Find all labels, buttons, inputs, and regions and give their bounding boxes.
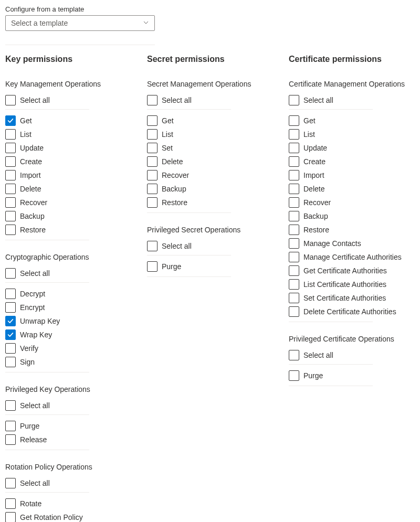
permission-list-certificate-authorities: List Certificate Authorities [289,278,415,291]
select-all-checkbox[interactable] [147,95,158,105]
group-title: Rotation Policy Operations [5,463,131,471]
column-certificate-permissions: Certificate permissionsCertificate Manag… [289,55,415,522]
select-all-checkbox[interactable] [5,95,16,105]
permission-label: Restore [162,198,187,207]
permission-recover: Recover [289,196,415,209]
permission-create: Create [289,155,415,168]
checkbox-delete-certificate-authorities[interactable] [289,306,299,317]
permission-label: Backup [162,185,186,193]
group-title: Privileged Secret Operations [147,226,273,234]
checkbox-wrap-key[interactable] [5,329,16,340]
permission-release: Release [5,433,131,446]
permission-label: Delete [303,185,324,193]
permissions-columns: Key permissionsKey Management Operations… [5,55,415,522]
checkbox-restore[interactable] [147,197,158,208]
checkbox-restore[interactable] [5,225,16,235]
permission-delete: Delete [147,155,273,168]
select-all-checkbox[interactable] [5,400,16,411]
checkbox-update[interactable] [5,143,16,153]
permission-list: List [147,127,273,141]
checkbox-manage-certificate-authorities[interactable] [289,252,299,262]
permission-sign: Sign [5,355,131,369]
checkbox-unwrap-key[interactable] [5,316,16,326]
group-title: Privileged Key Operations [5,385,131,393]
checkbox-recover[interactable] [147,170,158,180]
select-all-checkbox[interactable] [5,268,16,279]
checkbox-list[interactable] [289,129,299,140]
checkbox-get[interactable] [147,115,158,126]
checkbox-encrypt[interactable] [5,302,16,313]
select-all-checkbox[interactable] [289,350,299,360]
checkbox-set[interactable] [147,143,158,153]
checkbox-sign[interactable] [5,357,16,367]
checkbox-verify[interactable] [5,343,16,354]
checkbox-delete[interactable] [5,184,16,194]
template-label: Configure from a template [5,5,415,13]
group-certificate-management-operations: Certificate Management OperationsSelect … [289,80,415,322]
group-privileged-certificate-operations: Privileged Certificate OperationsSelect … [289,335,415,386]
checkbox-list-certificate-authorities[interactable] [289,279,299,290]
permission-get-certificate-authorities: Get Certificate Authorities [289,264,415,278]
checkbox-manage-contacts[interactable] [289,238,299,249]
checkbox-release[interactable] [5,434,16,445]
checkbox-import[interactable] [5,170,16,180]
permission-manage-certificate-authorities: Manage Certificate Authorities [289,250,415,264]
permission-label: Recover [20,198,47,207]
divider [5,414,89,415]
checkbox-purge[interactable] [289,370,299,381]
select-all-label: Select all [162,242,192,250]
group-title: Cryptographic Operations [5,253,131,261]
checkbox-backup[interactable] [5,211,16,221]
permission-label: Manage Certificate Authorities [303,253,402,261]
divider [5,372,89,372]
permission-label: List [303,130,315,139]
permission-purge: Purge [147,260,273,273]
checkbox-decrypt[interactable] [5,289,16,299]
permission-label: Decrypt [20,290,45,298]
checkbox-set-certificate-authorities[interactable] [289,293,299,303]
checkbox-backup[interactable] [289,211,299,221]
divider [5,109,89,110]
checkbox-rotate[interactable] [5,498,16,509]
permission-restore: Restore [5,223,131,237]
checkbox-get[interactable] [5,115,16,126]
permission-label: Get [20,116,32,125]
select-all-row: Select all [147,93,273,107]
checkbox-update[interactable] [289,143,299,153]
checkbox-purge[interactable] [147,261,158,272]
permission-label: Restore [20,226,46,234]
template-select[interactable]: Select a template [5,15,155,31]
divider [289,364,373,365]
checkbox-list[interactable] [147,129,158,140]
checkbox-get[interactable] [289,115,299,126]
chevron-down-icon [143,19,149,27]
checkbox-restore[interactable] [289,225,299,235]
permission-restore: Restore [289,223,415,237]
select-all-row: Select all [289,348,415,362]
checkbox-import[interactable] [289,170,299,180]
select-all-checkbox[interactable] [147,241,158,251]
checkbox-purge[interactable] [5,421,16,431]
select-all-checkbox[interactable] [289,95,299,105]
checkbox-delete[interactable] [289,184,299,194]
permission-label: Get [162,116,174,125]
permission-label: Import [303,171,324,179]
permission-encrypt: Encrypt [5,301,131,314]
column-key-permissions: Key permissionsKey Management Operations… [5,55,131,522]
checkbox-get-certificate-authorities[interactable] [289,265,299,276]
divider [5,450,89,450]
permission-label: Purge [303,371,323,380]
permission-label: Delete [162,157,183,166]
permission-label: Backup [303,212,328,220]
checkbox-delete[interactable] [147,156,158,167]
checkbox-backup[interactable] [147,184,158,194]
checkbox-create[interactable] [289,156,299,167]
checkbox-create[interactable] [5,156,16,167]
checkbox-get-rotation-policy[interactable] [5,512,16,522]
checkbox-recover[interactable] [5,197,16,208]
divider [147,276,231,277]
select-all-checkbox[interactable] [5,478,16,488]
permission-get-rotation-policy: Get Rotation Policy [5,510,131,522]
checkbox-recover[interactable] [289,197,299,208]
checkbox-list[interactable] [5,129,16,140]
